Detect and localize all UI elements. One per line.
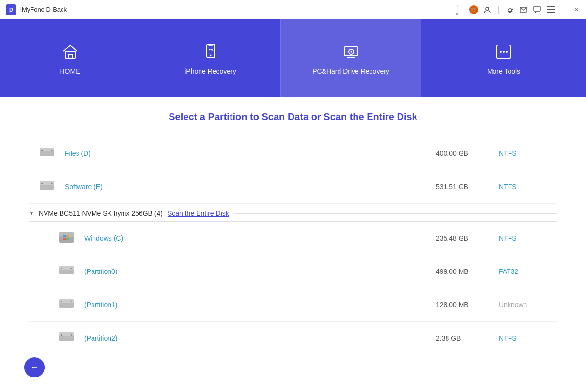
svg-point-20 [51,150,53,151]
share-icon[interactable]: ← ◦ [456,5,464,14]
title-bar: D iMyFone D-Back ← ◦ 🛒 — ✕ [0,0,586,19]
partition-name-software-e: Software (E) [65,183,436,191]
svg-rect-33 [61,268,62,269]
partition-size-partition1: 128.00 MB [436,301,499,309]
svg-rect-4 [547,9,555,10]
svg-rect-30 [66,238,69,240]
iphone-recovery-icon [200,41,221,62]
app-logo: D [6,4,16,15]
svg-rect-28 [66,235,69,237]
nav-pc-label: PC&Hard Drive Recovery [312,67,389,75]
svg-point-12 [350,51,352,53]
title-bar-left: D iMyFone D-Back [6,4,67,15]
partition-fs-files-d: NTFS [499,150,547,157]
partition-fs-partition0: FAT32 [499,268,547,275]
app-title: iMyFone D-Back [20,6,67,13]
page-title: Select a Partition to Scan Data or Scan … [29,111,557,122]
more-tools-icon [493,41,514,62]
svg-rect-5 [547,12,555,13]
drive-icon-software-e [39,178,56,196]
chat-icon[interactable] [533,5,541,14]
drive-icon-partition2 [58,330,76,347]
partition-row-files-d[interactable]: Files (D) 400.00 GB NTFS [29,137,557,170]
title-divider [498,6,499,14]
menu-icon[interactable] [546,5,555,14]
partition-size-files-d: 400.00 GB [436,150,499,157]
svg-point-24 [51,183,53,184]
partition-name-partition0: (Partition0) [84,268,436,275]
mail-icon[interactable] [519,5,528,14]
partition-row-software-e[interactable]: Software (E) 531.51 GB NTFS [29,170,557,204]
partition-row-windows-c[interactable]: Windows (C) 235.48 GB NTFS [29,222,557,255]
cart-icon[interactable]: 🛒 [469,5,478,14]
home-icon [60,41,81,62]
profile-icon[interactable] [483,5,492,14]
partition-fs-partition2: NTFS [499,334,547,342]
svg-rect-23 [41,183,43,184]
partition-size-windows-c: 235.48 GB [436,234,499,242]
svg-point-42 [71,334,72,336]
nav-more-label: More Tools [487,67,520,75]
partition-size-partition0: 499.00 MB [436,268,499,275]
drive-icon-files-d [39,145,56,162]
partition-name-partition1: (Partition1) [84,301,436,309]
svg-point-34 [71,268,72,269]
svg-rect-29 [63,238,66,240]
svg-rect-7 [68,54,72,58]
partition-row-partition1[interactable]: (Partition1) 128.00 MB Unknown [29,288,557,322]
partition-name-files-d: Files (D) [65,150,436,157]
scan-entire-disk-link[interactable]: Scan the Entire Disk [168,210,229,217]
disk-group-name: NVMe BC511 NVMe SK hynix 256GB (4) [39,210,163,217]
disk-group-line [234,213,557,214]
partition-fs-partition1: Unknown [499,301,547,309]
partition-name-windows-c: Windows (C) [84,234,436,242]
back-button[interactable]: ← [24,357,45,377]
nav-item-more-tools[interactable]: More Tools [421,19,586,97]
title-bar-right: ← ◦ 🛒 — ✕ [456,5,580,14]
svg-rect-41 [61,334,62,336]
svg-rect-19 [41,150,43,151]
svg-rect-3 [547,6,555,7]
settings-icon[interactable] [506,5,514,14]
partition-row-partition0[interactable]: (Partition0) 499.00 MB FAT32 [29,255,557,288]
partition-name-partition2: (Partition2) [84,334,436,342]
nav-home-label: HOME [60,67,80,75]
nav-item-pc-recovery[interactable]: PC&Hard Drive Recovery [281,19,421,97]
close-button[interactable]: ✕ [573,6,580,13]
partition-row-partition2[interactable]: (Partition2) 2.38 GB NTFS [29,322,557,355]
nav-iphone-label: iPhone Recovery [185,67,236,75]
svg-rect-37 [61,301,62,302]
partition-fs-windows-c: NTFS [499,234,547,242]
disk-group-header: ▼ NVMe BC511 NVMe SK hynix 256GB (4) Sca… [29,204,557,222]
partition-size-partition2: 2.38 GB [436,334,499,342]
svg-point-14 [500,51,502,53]
partition-list: Files (D) 400.00 GB NTFS Software (E) 53… [29,137,557,355]
svg-point-0 [486,7,489,10]
partition-fs-software-e: NTFS [499,183,547,191]
svg-point-9 [210,55,211,56]
svg-point-15 [503,51,505,53]
win-controls: — ✕ [564,6,580,13]
content-area: Select a Partition to Scan Data or Scan … [0,97,586,392]
pc-recovery-icon [340,41,362,62]
svg-point-38 [71,301,72,302]
drive-icon-partition1 [58,296,76,314]
disk-group-arrow: ▼ [29,211,34,216]
minimize-button[interactable]: — [564,6,571,13]
nav-bar: HOME iPhone Recovery PC&Hard Drive R [0,19,586,97]
svg-rect-27 [63,235,66,237]
drive-icon-windows-c [58,229,76,247]
nav-item-home[interactable]: HOME [0,19,140,97]
drive-icon-partition0 [58,263,76,280]
svg-rect-2 [534,6,540,11]
partition-size-software-e: 531.51 GB [436,183,499,191]
nav-item-iphone-recovery[interactable]: iPhone Recovery [140,19,281,97]
svg-point-16 [506,51,508,53]
